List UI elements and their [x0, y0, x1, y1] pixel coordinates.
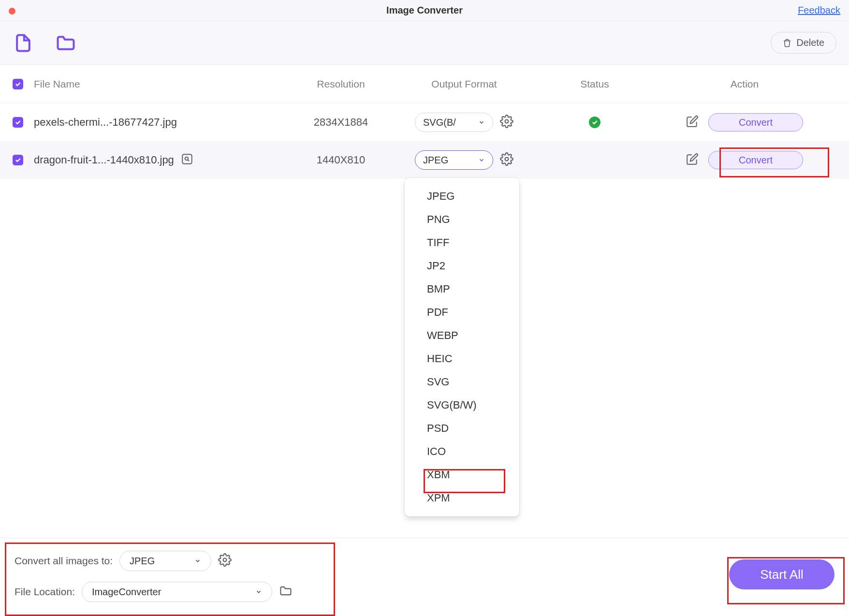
settings-icon[interactable]: [218, 553, 232, 569]
titlebar: Image Converter Feedback: [0, 0, 849, 21]
location-select[interactable]: ImageConverter: [82, 582, 272, 602]
convert-label: Convert: [739, 117, 773, 128]
format-dropdown: JPEG PNG TIFF JP2 BMP PDF WEBP HEIC SVG …: [405, 178, 519, 516]
convert-all-label: Convert all images to:: [15, 555, 113, 567]
row-checkbox[interactable]: [13, 117, 23, 128]
convert-label: Convert: [739, 155, 773, 166]
settings-icon[interactable]: [500, 152, 513, 168]
dropdown-item[interactable]: HEIC: [405, 347, 519, 370]
close-icon[interactable]: [9, 8, 15, 15]
format-value: SVG(B/: [423, 117, 456, 128]
location-label: File Location:: [15, 586, 75, 598]
format-value: JPEG: [423, 155, 448, 166]
file-resolution: 2834X1884: [290, 116, 392, 129]
row-checkbox[interactable]: [13, 155, 23, 165]
dropdown-item[interactable]: SVG(B/W): [405, 394, 519, 417]
convert-all-select[interactable]: JPEG: [119, 551, 211, 571]
select-all-checkbox[interactable]: [13, 79, 23, 89]
format-select[interactable]: JPEG: [415, 150, 493, 170]
dropdown-item[interactable]: PSD: [405, 417, 519, 440]
edit-icon[interactable]: [686, 153, 699, 167]
dropdown-item[interactable]: SVG: [405, 370, 519, 394]
file-resolution: 1440X810: [290, 154, 392, 166]
settings-icon[interactable]: [500, 115, 513, 131]
dropdown-item[interactable]: ICO: [405, 440, 519, 463]
file-name: dragon-fruit-1...-1440x810.jpg: [34, 154, 174, 166]
status-ok-icon: [589, 117, 600, 128]
dropdown-item[interactable]: XBM: [405, 463, 519, 486]
bottom-bar: Convert all images to: JPEG File Locatio…: [0, 538, 849, 616]
format-select[interactable]: SVG(B/: [415, 113, 493, 132]
convert-all-value: JPEG: [130, 556, 155, 567]
chevron-down-icon: [255, 588, 262, 595]
start-all-label: Start All: [760, 567, 804, 582]
delete-button[interactable]: Delete: [771, 32, 836, 54]
chevron-down-icon: [478, 119, 485, 126]
add-file-icon[interactable]: [13, 32, 34, 54]
toolbar: Delete: [0, 21, 849, 65]
feedback-link[interactable]: Feedback: [798, 5, 840, 16]
window-title: Image Converter: [386, 5, 463, 16]
dropdown-item[interactable]: BMP: [405, 278, 519, 301]
convert-button[interactable]: Convert: [708, 113, 803, 132]
start-all-button[interactable]: Start All: [729, 559, 834, 589]
dropdown-item[interactable]: PDF: [405, 301, 519, 324]
svg-rect-0: [182, 154, 192, 164]
preview-icon[interactable]: [181, 153, 193, 168]
col-res-header: Resolution: [290, 78, 392, 90]
col-status-header: Status: [537, 78, 653, 90]
chevron-down-icon: [194, 557, 201, 564]
dropdown-item[interactable]: TIFF: [405, 231, 519, 254]
edit-icon[interactable]: [686, 115, 699, 130]
folder-icon[interactable]: [279, 584, 293, 600]
convert-button[interactable]: Convert: [708, 151, 803, 169]
table-row: pexels-chermi...-18677427.jpg 2834X1884 …: [0, 103, 849, 141]
file-name: pexels-chermi...-18677427.jpg: [34, 116, 177, 129]
col-fmt-header: Output Format: [392, 78, 537, 90]
dropdown-item[interactable]: XPM: [405, 486, 519, 510]
delete-label: Delete: [796, 37, 824, 48]
table-row: dragon-fruit-1...-1440x810.jpg 1440X810 …: [0, 141, 849, 179]
chevron-down-icon: [478, 157, 485, 163]
add-folder-icon[interactable]: [55, 32, 76, 54]
dropdown-item[interactable]: JPEG: [405, 185, 519, 208]
location-value: ImageConverter: [92, 587, 161, 598]
column-headers: File Name Resolution Output Format Statu…: [0, 65, 849, 103]
col-action-header: Action: [653, 78, 836, 90]
dropdown-item[interactable]: PNG: [405, 208, 519, 231]
dropdown-item[interactable]: JP2: [405, 254, 519, 278]
col-name-header: File Name: [34, 78, 290, 90]
trash-icon: [783, 39, 791, 47]
dropdown-item[interactable]: WEBP: [405, 324, 519, 347]
